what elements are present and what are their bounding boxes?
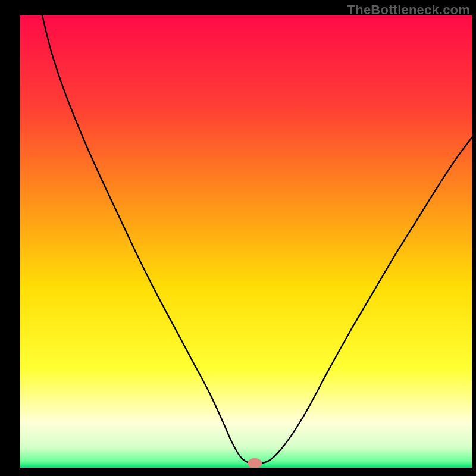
- minimum-marker: [248, 458, 262, 468]
- chart-svg: [20, 15, 472, 468]
- chart-container: TheBottleneck.com: [0, 0, 476, 476]
- plot-area: [20, 15, 472, 468]
- watermark-text: TheBottleneck.com: [347, 2, 470, 18]
